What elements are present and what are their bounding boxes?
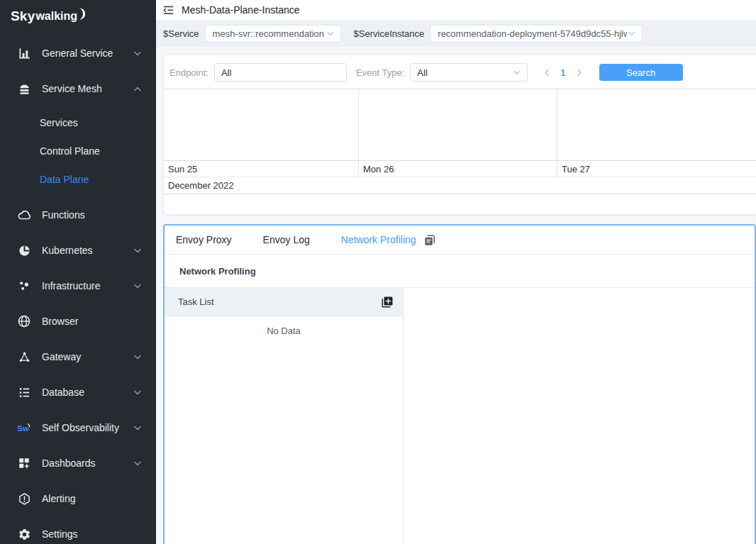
dots-icon [17, 279, 31, 293]
sidebar-item-label: Kubernetes [42, 245, 133, 256]
chevron-down-icon [133, 247, 142, 255]
events-timeline[interactable]: Sun 25 Mon 26 Tue 27 December 2022 [164, 89, 756, 214]
event-type-label: Event Type: [356, 67, 404, 78]
chevron-down-icon [133, 389, 142, 396]
tab-label: Envoy Proxy [176, 234, 232, 245]
chevron-down-icon [133, 50, 142, 57]
instance-tabs-card: Envoy Proxy Envoy Log Network Profiling … [163, 224, 756, 544]
copy-documents-icon[interactable] [423, 233, 436, 247]
endpoint-input[interactable]: All [214, 63, 347, 82]
chevron-down-icon [133, 282, 142, 290]
sidebar-item-service-mesh[interactable]: Service Mesh [0, 71, 156, 106]
chevron-down-icon [133, 353, 142, 361]
sidebar-item-label: Self Observability [42, 422, 133, 433]
event-filters: Endpoint: All Event Type: All 1 Search [164, 55, 756, 82]
database-list-icon [17, 385, 31, 399]
timeline-day-label: Tue 27 [557, 161, 756, 177]
sidebar-nav: General Service Service Mesh Services Co… [0, 33, 156, 544]
add-task-icon[interactable] [381, 296, 394, 309]
event-type-select-value: All [417, 67, 427, 78]
alert-hexagon-icon [17, 492, 31, 506]
sidebar-item-label: Services [40, 117, 78, 128]
next-page-button[interactable] [572, 65, 587, 80]
mesh-layers-icon [17, 82, 31, 96]
sw-logo-icon: Sw [17, 421, 31, 435]
timeline-column: Mon 26 [359, 89, 557, 177]
task-list-title: Task List [178, 296, 214, 307]
service-instance-select-value: recommendation-deployment-5749d9dc55-hjl… [438, 28, 627, 39]
tab-label: Network Profiling [341, 234, 416, 245]
sidebar-item-data-plane[interactable]: Data Plane [0, 165, 156, 194]
endpoint-label: Endpoint: [169, 67, 209, 78]
sidebar-fold-icon[interactable] [162, 4, 175, 17]
selector-bar: $Service mesh-svr::recommendation $Servi… [156, 20, 756, 47]
search-button[interactable]: Search [599, 64, 683, 81]
sidebar-item-label: Gateway [42, 351, 133, 362]
service-select[interactable]: mesh-svr::recommendation [205, 25, 341, 43]
sidebar-item-infrastructure[interactable]: Infrastructure [0, 268, 156, 304]
sidebar-item-self-observability[interactable]: Sw Self Observability [0, 410, 156, 445]
chevron-up-icon [133, 85, 142, 93]
tab-network-profiling[interactable]: Network Profiling [341, 233, 436, 247]
timeline-columns: Sun 25 Mon 26 Tue 27 [164, 89, 756, 177]
sidebar-item-gateway[interactable]: Gateway [0, 339, 156, 374]
events-card: Endpoint: All Event Type: All 1 Search [163, 54, 756, 215]
app-logo[interactable]: Skywalking [0, 0, 156, 33]
title-bar: Mesh-Data-Plane-Instance [156, 0, 756, 20]
sidebar-item-browser[interactable]: Browser [0, 304, 156, 339]
chart-icon [17, 46, 31, 60]
sidebar-item-general-service[interactable]: General Service [0, 35, 156, 71]
sidebar-item-label: Functions [42, 209, 142, 221]
sidebar-item-label: Browser [42, 316, 142, 327]
tab-envoy-proxy[interactable]: Envoy Proxy [176, 234, 232, 245]
sidebar-item-label: Service Mesh [42, 83, 133, 94]
current-page-number[interactable]: 1 [555, 67, 571, 78]
sidebar-item-label: Settings [42, 528, 142, 540]
task-list-column: Task List No Data [165, 288, 404, 544]
sidebar-item-label: Control Plane [40, 145, 100, 157]
chevron-down-icon [133, 424, 142, 432]
tab-label: Envoy Log [263, 234, 310, 245]
timeline-day-label: Mon 26 [359, 161, 557, 177]
sidebar-item-label: General Service [42, 48, 133, 59]
tab-envoy-log[interactable]: Envoy Log [263, 234, 310, 245]
sidebar-item-functions[interactable]: Functions [0, 197, 156, 233]
endpoint-input-value: All [221, 67, 231, 78]
logo-text-walking: walking [35, 10, 77, 23]
panel-title-row: Network Profiling [165, 255, 755, 288]
service-instance-select[interactable]: recommendation-deployment-5749d9dc55-hjl… [430, 25, 643, 43]
chevron-down-icon [512, 67, 522, 77]
sidebar-item-dashboards[interactable]: Dashboards [0, 445, 156, 481]
sidebar-item-kubernetes[interactable]: Kubernetes [0, 233, 156, 268]
sidebar-item-database[interactable]: Database [0, 374, 156, 410]
sidebar-item-settings[interactable]: Settings [0, 516, 156, 544]
timeline-column: Sun 25 [164, 89, 359, 177]
sidebar-item-label: Data Plane [40, 174, 89, 185]
chevron-down-icon [326, 28, 335, 38]
sidebar: Skywalking General Service Service Mesh … [0, 0, 156, 544]
sidebar-item-services[interactable]: Services [0, 109, 156, 137]
sidebar-item-alerting[interactable]: Alerting [0, 481, 156, 516]
service-label: $Service [163, 28, 199, 39]
prev-page-button[interactable] [539, 65, 555, 80]
sidebar-item-label: Database [42, 387, 133, 398]
sidebar-item-control-plane[interactable]: Control Plane [0, 137, 156, 165]
gear-icon [17, 527, 31, 541]
main-area: Mesh-Data-Plane-Instance $Service mesh-s… [156, 0, 756, 544]
kubernetes-icon [17, 243, 31, 257]
cloud-icon [17, 208, 31, 222]
chevron-down-icon [133, 460, 142, 467]
event-type-select[interactable]: All [410, 63, 528, 82]
timeline-month-label: December 2022 [164, 177, 756, 194]
timeline-plot-area [164, 89, 358, 161]
pagination: 1 [539, 65, 587, 80]
sidebar-item-label: Dashboards [42, 457, 133, 469]
network-profiling-panel: Task List No Data [165, 288, 755, 544]
gateway-icon [17, 350, 31, 364]
panel-title: Network Profiling [179, 266, 256, 277]
globe-icon [17, 314, 31, 328]
service-select-value: mesh-svr::recommendation [213, 28, 326, 39]
service-instance-label: $ServiceInstance [354, 28, 425, 39]
service-mesh-children: Services Control Plane Data Plane [0, 106, 156, 197]
dashboards-icon [17, 456, 31, 470]
